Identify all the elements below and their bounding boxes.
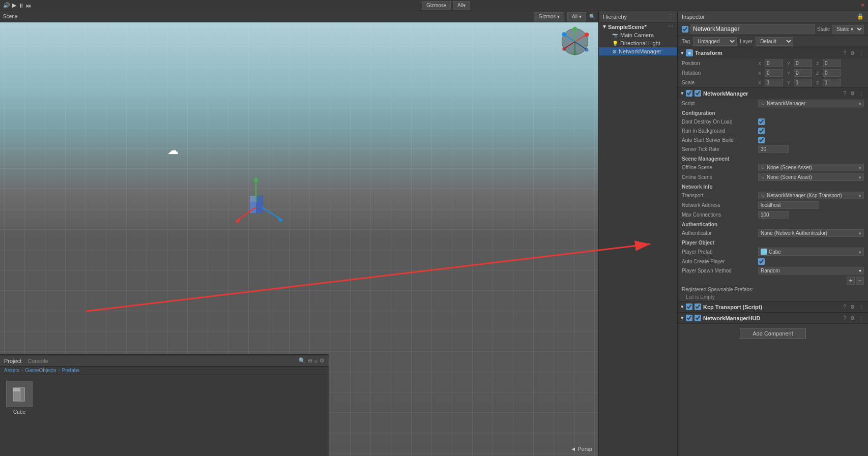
- script-value-field[interactable]: ↳ NetworkManager ●: [758, 100, 864, 107]
- search-project-icon[interactable]: 🔍: [299, 357, 306, 364]
- settings-icon[interactable]: ⚙: [320, 357, 325, 364]
- search-icon[interactable]: 🔍: [589, 14, 595, 19]
- auto-start-checkbox[interactable]: [758, 137, 765, 143]
- breadcrumb-assets[interactable]: Assets: [4, 368, 19, 373]
- dont-destroy-checkbox[interactable]: [758, 118, 765, 125]
- static-dropdown[interactable]: Static ▾: [832, 25, 864, 34]
- hierarchy-item-networkmanager[interactable]: ⚙ NetworkManager: [599, 47, 677, 55]
- authenticator-dot[interactable]: ●: [858, 230, 861, 236]
- inspector-lock-icon[interactable]: 🔒: [857, 13, 864, 20]
- offline-scene-row: Offline Scene ↳ None (Scene Asset) ●: [678, 163, 868, 172]
- hierarchy-item-camera[interactable]: 📷 Main Camera: [599, 31, 677, 39]
- kcp-info-icon[interactable]: ?: [842, 304, 847, 310]
- add-component-button[interactable]: Add Component: [740, 328, 806, 339]
- run-background-checkbox[interactable]: [758, 128, 765, 134]
- kcp-settings-icon[interactable]: ⚙: [849, 304, 856, 310]
- hierarchy-title: Hierarchy: [603, 14, 627, 20]
- scale-x[interactable]: [765, 79, 783, 86]
- scene-name[interactable]: ▾ SampleScene* ⋯: [599, 22, 677, 31]
- spawn-method-dropdown[interactable]: Random ▾: [758, 267, 864, 275]
- offline-scene-label: Offline Scene: [682, 165, 758, 170]
- nm-more-icon[interactable]: ⋮: [858, 90, 865, 96]
- player-prefab-dot[interactable]: ●: [858, 249, 861, 255]
- transport-row: Transport ↳ NetworkManager (Kcp Transpor…: [678, 191, 868, 200]
- hud-header[interactable]: ▾ NetworkManagerHUD ? ⚙ ⋮: [678, 313, 868, 323]
- cube-asset-label: Cube: [13, 409, 25, 415]
- pause-icon[interactable]: ⏸: [18, 3, 24, 9]
- project-tab[interactable]: Project: [4, 358, 21, 364]
- rotation-row: Rotation X Y Z: [678, 68, 868, 78]
- pos-x[interactable]: [765, 59, 783, 67]
- script-dot-icon[interactable]: ●: [858, 101, 861, 106]
- server-tick-input[interactable]: [758, 145, 789, 153]
- scale-y[interactable]: [794, 79, 812, 86]
- object-active-checkbox[interactable]: [682, 26, 688, 33]
- tag-dropdown[interactable]: Untagged: [693, 37, 737, 46]
- scene-menu[interactable]: ⋯: [668, 23, 673, 30]
- transport-dot[interactable]: ●: [858, 193, 861, 198]
- pos-y[interactable]: [794, 59, 812, 67]
- camera-obj-icon: 📷: [612, 33, 618, 38]
- breadcrumb-prefabs[interactable]: Prefabs: [62, 368, 79, 373]
- nm-active-checkbox[interactable]: [686, 90, 692, 97]
- offline-scene-dot[interactable]: ●: [858, 165, 861, 170]
- nm-enabled-checkbox[interactable]: [695, 90, 701, 97]
- nm-info-icon[interactable]: ?: [842, 90, 847, 96]
- minus-btn[interactable]: −: [856, 277, 864, 285]
- svg-point-13: [573, 27, 577, 32]
- svg-line-7: [262, 207, 281, 219]
- transport-label: Transport: [682, 193, 758, 198]
- rot-y[interactable]: [794, 69, 812, 77]
- all-dropdown[interactable]: All ▾: [453, 1, 470, 10]
- object-name[interactable]: NetworkManager: [690, 24, 815, 34]
- authenticator-field[interactable]: None (Network Authenticator) ●: [758, 229, 864, 237]
- transport-field[interactable]: ↳ NetworkManager (Kcp Transport) ●: [758, 192, 864, 199]
- pos-z[interactable]: [823, 59, 841, 67]
- hud-settings-icon[interactable]: ⚙: [849, 315, 856, 321]
- step-icon[interactable]: ⏭: [26, 3, 32, 9]
- create-asset-icon[interactable]: ⊕: [308, 357, 312, 364]
- rot-z[interactable]: [823, 69, 841, 77]
- online-scene-dot[interactable]: ●: [858, 174, 861, 180]
- player-prefab-field[interactable]: Cube ●: [758, 248, 864, 256]
- layer-dropdown[interactable]: Default: [756, 37, 793, 46]
- nm-settings-icon[interactable]: ⚙: [849, 90, 856, 96]
- network-address-input[interactable]: [758, 201, 819, 209]
- kcp-header[interactable]: ▾ Kcp Transport (Script) ? ⚙ ⋮: [678, 301, 868, 312]
- max-connections-input[interactable]: [758, 211, 789, 219]
- rot-x[interactable]: [765, 69, 783, 77]
- transform-settings-icon[interactable]: ⚙: [849, 50, 856, 56]
- plus-btn[interactable]: +: [847, 277, 855, 285]
- play-icon[interactable]: ▶: [12, 2, 16, 9]
- console-tab[interactable]: Console: [27, 358, 48, 364]
- filter-icon[interactable]: ≡: [314, 358, 317, 364]
- all-scene-btn[interactable]: All ▾: [567, 12, 586, 21]
- hud-enabled-checkbox[interactable]: [695, 315, 701, 321]
- online-scene-field[interactable]: ↳ None (Scene Asset) ●: [758, 173, 864, 181]
- kcp-active-checkbox[interactable]: [686, 303, 692, 310]
- kcp-enabled-checkbox[interactable]: [695, 303, 701, 310]
- nm-component-header[interactable]: ▾ NetworkManager ? ⚙ ⋮: [678, 88, 868, 99]
- transform-header[interactable]: ▾ ⊕ Transform ? ⚙ ⋮: [678, 47, 868, 58]
- hud-info-icon[interactable]: ?: [842, 315, 847, 321]
- hierarchy-menu[interactable]: ⋮: [668, 13, 673, 20]
- mute-icon[interactable]: 🔊: [3, 2, 10, 9]
- transform-more-icon[interactable]: ⋮: [858, 50, 865, 56]
- offline-scene-field[interactable]: ↳ None (Scene Asset) ●: [758, 164, 864, 171]
- gizmos-dropdown[interactable]: Gizmos ▾: [422, 1, 451, 10]
- authenticator-label: Authenticator: [682, 230, 758, 236]
- list-item[interactable]: Cube: [4, 379, 35, 417]
- close-icon[interactable]: ✕: [860, 2, 865, 9]
- scale-z[interactable]: [823, 79, 841, 86]
- hud-active-checkbox[interactable]: [686, 315, 692, 321]
- breadcrumb-gameobjects[interactable]: GameObjects: [25, 368, 56, 373]
- gizmos-scene-btn[interactable]: Gizmos ▾: [534, 12, 564, 21]
- hud-more-icon[interactable]: ⋮: [858, 315, 865, 321]
- kcp-more-icon[interactable]: ⋮: [858, 304, 865, 310]
- auto-create-checkbox[interactable]: [758, 258, 765, 265]
- inspector-header: Inspector 🔒: [678, 11, 868, 22]
- auto-start-row: Auto Start Server Build: [678, 135, 868, 144]
- transform-info-icon[interactable]: ?: [842, 50, 847, 56]
- player-prefab-label: Player Prefab: [682, 249, 758, 255]
- hierarchy-item-light[interactable]: 💡 Directional Light: [599, 39, 677, 47]
